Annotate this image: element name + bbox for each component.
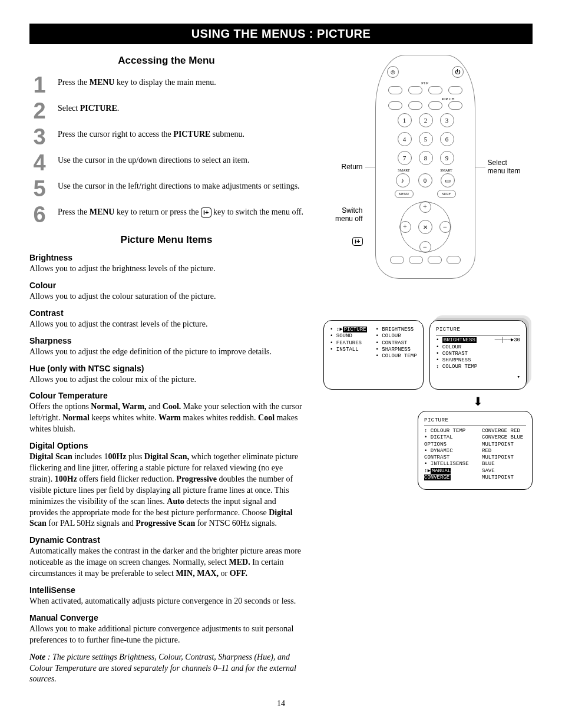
step-number: 2	[29, 100, 49, 122]
brightness-body: Allows you to adjust the brightness leve…	[29, 263, 303, 275]
info-plus-icon: i+	[201, 207, 211, 218]
manual-converge-body: Allows you to make additional picture co…	[29, 624, 303, 646]
smart-left-button: ♪	[396, 173, 410, 187]
pip-label: PIP	[381, 80, 470, 86]
step-1: 1 Press the MENU key to display the main…	[29, 74, 303, 96]
step-2: 2 Select PICTURE.	[29, 100, 303, 122]
remote-button: ◎	[387, 66, 399, 78]
keypad-0: 0	[418, 173, 432, 187]
menu-button: MENU	[395, 190, 414, 198]
colour-temp-heading: Colour Temperature	[29, 391, 303, 400]
smart-right-button: ▭	[441, 173, 455, 187]
brightness-heading: Brightness	[29, 253, 303, 262]
colour-body: Allows you to adjust the colour saturati…	[29, 291, 303, 302]
hue-heading: Hue (only with NTSC signals)	[29, 364, 303, 373]
down-arrow-icon: ▾	[436, 374, 520, 381]
osd-picture-submenu: PICTURE • BRIGHTNESS ──┼──►30 • COLOUR •…	[429, 320, 527, 390]
cursor-left-icon: +	[399, 221, 411, 233]
cursor-right-icon: −	[439, 221, 451, 233]
title-bar: USING THE MENUS : PICTURE	[29, 24, 533, 44]
info-plus-icon: i+	[352, 237, 362, 246]
remote-button	[447, 256, 461, 264]
step-3: 3 Press the cursor right to access the P…	[29, 126, 303, 148]
accessing-header: Accessing the Menu	[29, 55, 303, 67]
step-number: 1	[29, 74, 49, 96]
digital-options-body: Digital Scan includes 100Hz plus Digital…	[29, 452, 303, 529]
remote-button	[409, 256, 423, 264]
colour-temp-body: Offers the options Normal, Warm, and Coo…	[29, 401, 303, 435]
keypad-2: 2	[419, 113, 433, 127]
remote-button	[390, 256, 404, 264]
dynamic-contrast-body: Automatically makes the contrast in the …	[29, 546, 303, 579]
intellisense-body: When activated, automatically adjusts pi…	[29, 596, 303, 607]
step-4: 4 Use the cursor in the up/down directio…	[29, 151, 303, 174]
remote-button	[448, 101, 462, 110]
remote-button	[428, 256, 442, 264]
step-number: 6	[29, 203, 49, 226]
power-icon: ⏻	[452, 66, 464, 78]
sharpness-body: Allows you to adjust the edge definition…	[29, 347, 303, 358]
mute-icon: ✕	[418, 220, 432, 234]
dynamic-contrast-heading: Dynamic Contrast	[29, 535, 303, 545]
keypad-5: 5	[419, 132, 433, 146]
keypad-8: 8	[419, 151, 433, 165]
remote-illustration: ◎ ⏻ PIP PIP CH	[375, 55, 475, 279]
keypad-6: 6	[440, 132, 454, 146]
remote-button	[428, 101, 442, 110]
cursor-icon: ↕►	[424, 468, 431, 474]
step-5: 5 Use the cursor in the left/right direc…	[29, 177, 303, 200]
contrast-body: Allows you to adjust the contrast levels…	[29, 319, 303, 330]
remote-button	[448, 86, 462, 94]
cursor-pad: + − + − ✕	[400, 202, 451, 252]
keypad-3: 3	[440, 113, 454, 127]
keypad-9: 9	[440, 151, 454, 165]
hue-body: Allows you to adjust the colour mix of t…	[29, 374, 303, 386]
osd-main-menu: ↕►PICTURE SOUND FEATURES INSTALL BRIGHTN…	[323, 320, 424, 390]
keypad-4: 4	[398, 132, 412, 146]
step-number: 5	[29, 177, 49, 200]
scroll-down-icon: ⬇	[318, 394, 533, 409]
sharpness-heading: Sharpness	[29, 336, 303, 345]
page-number: 14	[29, 699, 533, 709]
cursor-down-icon: −	[419, 241, 431, 253]
remote-button	[408, 86, 422, 94]
intellisense-heading: IntelliSense	[29, 585, 303, 595]
osd-picture-advanced: PICTURE ↕ COLOUR TEMP • DIGITAL OPTIONS …	[418, 411, 533, 490]
remote-button	[388, 86, 402, 94]
pipch-label: PIP CH	[381, 97, 470, 101]
picture-items-header: Picture Menu Items	[29, 234, 303, 246]
step-number: 4	[29, 151, 49, 174]
colour-heading: Colour	[29, 281, 303, 290]
digital-options-heading: Digital Options	[29, 441, 303, 450]
remote-button	[428, 86, 442, 94]
manual-converge-heading: Manual Converge	[29, 613, 303, 622]
keypad-7: 7	[398, 151, 412, 165]
annot-switch: Switch menu off	[328, 206, 376, 223]
keypad-1: 1	[398, 113, 412, 127]
cursor-icon: ↕►	[336, 327, 343, 332]
note-text: Note : The picture settings Brightness, …	[29, 652, 303, 686]
contrast-heading: Contrast	[29, 308, 303, 318]
step-number: 3	[29, 126, 49, 148]
remote-button	[388, 101, 402, 110]
remote-button	[408, 101, 422, 110]
cursor-up-icon: +	[419, 201, 431, 213]
step-6: 6 Press the MENU key to return or press …	[29, 203, 303, 226]
surf-button: SURF	[437, 190, 456, 198]
